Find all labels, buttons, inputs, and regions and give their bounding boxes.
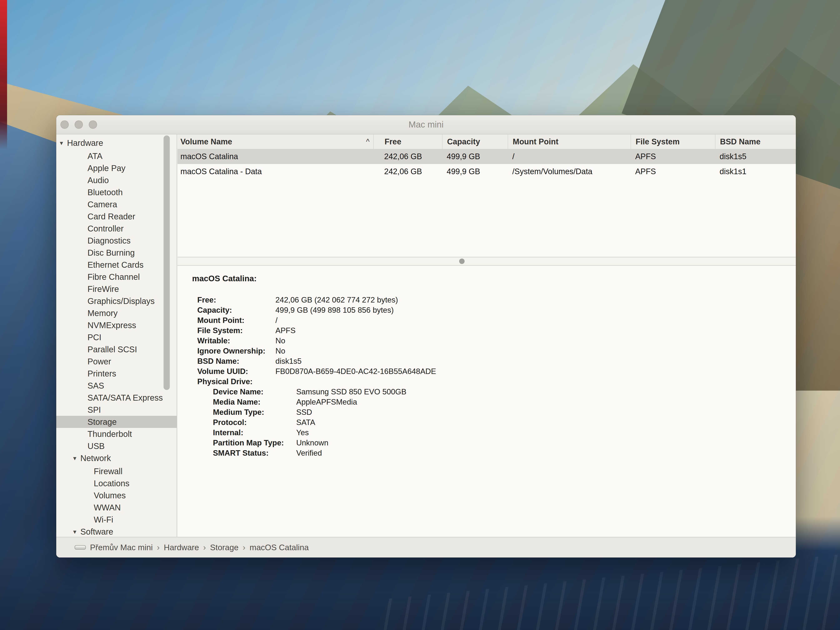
sidebar-item-locations[interactable]: Locations (56, 477, 177, 489)
field-value: No (275, 346, 788, 356)
field-label: File System: (197, 325, 275, 336)
disclosure-triangle-icon[interactable]: ▼ (59, 137, 64, 149)
chevron-right-icon: › (243, 543, 245, 552)
field-label: Media Name: (213, 397, 296, 407)
sidebar-item-parallel-scsi[interactable]: Parallel SCSI (56, 343, 177, 355)
cell-mount-point: /System/Volumes/Data (508, 167, 631, 176)
field-value: Unknown (296, 438, 788, 448)
sidebar-item-storage[interactable]: Storage (56, 416, 177, 428)
detail-field-writable: Writable:No (197, 336, 788, 346)
sidebar-scrollbar-thumb[interactable] (164, 136, 170, 390)
field-label: Medium Type: (213, 407, 296, 417)
sidebar-item-sata-sata-express[interactable]: SATA/SATA Express (56, 392, 177, 404)
sidebar-section-software[interactable]: ▼Software (56, 526, 177, 537)
sidebar-item-ata[interactable]: ATA (56, 150, 177, 162)
table-header-row: Volume Name ^ Free Capacity Mount Point … (177, 134, 796, 149)
sidebar-item-camera[interactable]: Camera (56, 198, 177, 210)
window-title: Mac mini (56, 120, 796, 129)
field-label: Device Name: (213, 387, 296, 397)
field-value: 499,9 GB (499 898 105 856 bytes) (275, 305, 788, 315)
field-value: disk1s5 (275, 356, 788, 366)
storage-content-pane: Volume Name ^ Free Capacity Mount Point … (177, 134, 796, 537)
column-header-label: BSD Name (720, 137, 760, 146)
sidebar-item-firewall[interactable]: Firewall (56, 465, 177, 477)
detail-field-media-name: Media Name:AppleAPFSMedia (213, 397, 788, 407)
breadcrumb-item-device[interactable]: Přemův Mac mini (90, 543, 153, 552)
pane-splitter[interactable] (177, 257, 796, 265)
column-header-label: Mount Point (513, 137, 558, 146)
column-header-file-system[interactable]: File System (631, 134, 715, 149)
sort-ascending-icon: ^ (366, 137, 369, 146)
sidebar-item-thunderbolt[interactable]: Thunderbolt (56, 428, 177, 440)
sidebar-item-printers[interactable]: Printers (56, 368, 177, 380)
sidebar-section-label: Software (81, 527, 113, 536)
column-header-volume-name[interactable]: Volume Name ^ (177, 134, 373, 149)
breadcrumb-item-hardware[interactable]: Hardware (164, 543, 199, 552)
cell-volume-name: macOS Catalina (177, 152, 373, 161)
field-label: Writable: (197, 336, 275, 346)
table-row-macos-catalina-data[interactable]: macOS Catalina - Data 242,06 GB 499,9 GB… (177, 164, 796, 179)
cell-free: 242,06 GB (373, 167, 442, 176)
sidebar-item-ethernet-cards[interactable]: Ethernet Cards (56, 259, 177, 271)
column-header-free[interactable]: Free (373, 134, 442, 149)
sidebar-item-audio[interactable]: Audio (56, 174, 177, 186)
splitter-drag-handle-icon[interactable] (459, 259, 464, 264)
cell-file-system: APFS (631, 152, 715, 161)
details-title: macOS Catalina: (192, 274, 788, 283)
sidebar-item-firewire[interactable]: FireWire (56, 283, 177, 295)
column-header-capacity[interactable]: Capacity (442, 134, 508, 149)
column-header-label: Capacity (447, 137, 480, 146)
cell-bsd-name: disk1s1 (715, 167, 796, 176)
chevron-right-icon: › (157, 543, 159, 552)
field-label: BSD Name: (197, 356, 275, 366)
sidebar-item-apple-pay[interactable]: Apple Pay (56, 162, 177, 174)
field-label: Ignore Ownership: (197, 346, 275, 356)
breadcrumb-item-volume[interactable]: macOS Catalina (249, 543, 309, 552)
column-header-mount-point[interactable]: Mount Point (508, 134, 631, 149)
sidebar-item-graphics-displays[interactable]: Graphics/Displays (56, 295, 177, 307)
field-label: Internal: (213, 428, 296, 438)
sidebar-section-label: Network (81, 453, 111, 463)
sidebar-item-diagnostics[interactable]: Diagnostics (56, 235, 177, 247)
sidebar-item-disc-burning[interactable]: Disc Burning (56, 247, 177, 259)
system-information-window: Mac mini ▼Hardware ATA Apple Pay Audio B… (56, 115, 796, 557)
sidebar-item-volumes[interactable]: Volumes (56, 489, 177, 502)
sidebar-item-wifi[interactable]: Wi-Fi (56, 513, 177, 526)
detail-field-file-system: File System:APFS (197, 325, 788, 336)
breadcrumb-item-storage[interactable]: Storage (210, 543, 238, 552)
sidebar-item-sas[interactable]: SAS (56, 380, 177, 392)
sidebar-item-usb[interactable]: USB (56, 440, 177, 452)
sidebar-section-label: Hardware (67, 138, 103, 147)
sidebar-item-bluetooth[interactable]: Bluetooth (56, 186, 177, 198)
detail-field-ignore-ownership: Ignore Ownership:No (197, 346, 788, 356)
field-label: Volume UUID: (197, 366, 275, 376)
sidebar-section-network[interactable]: ▼Network (56, 452, 177, 465)
field-value: SSD (296, 407, 788, 417)
detail-field-partition-map-type: Partition Map Type:Unknown (213, 438, 788, 448)
field-label: Capacity: (197, 305, 275, 315)
disclosure-triangle-icon[interactable]: ▼ (72, 526, 77, 537)
sidebar-item-power[interactable]: Power (56, 355, 177, 368)
sidebar-item-fibre-channel[interactable]: Fibre Channel (56, 271, 177, 283)
sidebar-item-nvmexpress[interactable]: NVMExpress (56, 319, 177, 331)
breadcrumb: Přemův Mac mini › Hardware › Storage › m… (56, 537, 796, 557)
sidebar-item-controller[interactable]: Controller (56, 223, 177, 235)
sidebar-item-memory[interactable]: Memory (56, 307, 177, 319)
sidebar-item-wwan[interactable]: WWAN (56, 502, 177, 513)
mac-mini-icon (74, 545, 86, 549)
cell-capacity: 499,9 GB (442, 152, 508, 161)
field-label: SMART Status: (213, 448, 296, 458)
title-bar: Mac mini (56, 115, 796, 134)
sidebar-section-hardware[interactable]: ▼Hardware (56, 137, 177, 150)
column-header-bsd-name[interactable]: BSD Name (715, 134, 796, 149)
field-value: Samsung SSD 850 EVO 500GB (296, 387, 788, 397)
sidebar-item-card-reader[interactable]: Card Reader (56, 210, 177, 223)
table-row-macos-catalina[interactable]: macOS Catalina 242,06 GB 499,9 GB / APFS… (177, 149, 796, 164)
cell-volume-name: macOS Catalina - Data (177, 167, 373, 176)
sidebar-item-spi[interactable]: SPI (56, 404, 177, 416)
cell-free: 242,06 GB (373, 152, 442, 161)
sidebar-item-pci[interactable]: PCI (56, 331, 177, 343)
chevron-right-icon: › (203, 543, 206, 552)
column-header-label: Volume Name (180, 137, 232, 146)
disclosure-triangle-icon[interactable]: ▼ (72, 452, 77, 464)
